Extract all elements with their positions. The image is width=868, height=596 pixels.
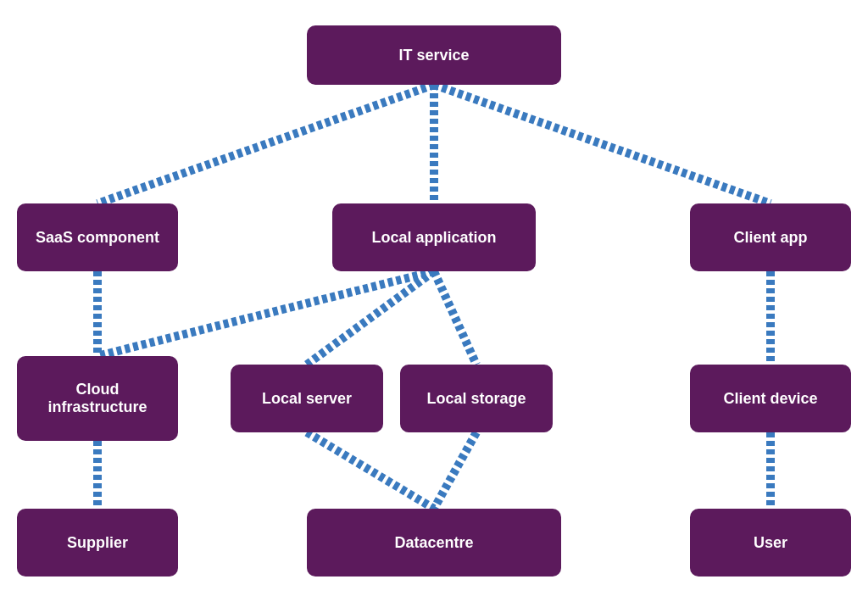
node-local-application: Local application [332,203,536,271]
node-client-app: Client app [690,203,851,271]
node-cloud-infrastructure: Cloud infrastructure [17,356,178,441]
client-app-label: Client app [733,229,807,247]
connections-svg: .conn { stroke: #3a7abf; stroke-width: 1… [0,0,868,596]
node-supplier: Supplier [17,509,178,577]
node-saas-component: SaaS component [17,203,178,271]
node-local-server: Local server [231,365,383,432]
local-storage-label: Local storage [426,390,526,408]
saas-label: SaaS component [36,229,159,247]
client-device-label: Client device [723,390,817,408]
cloud-infra-label: Cloud infrastructure [30,381,165,416]
svg-line-6 [97,271,434,356]
svg-line-9 [307,432,434,509]
node-it-service: IT service [307,25,561,85]
svg-line-10 [434,432,476,509]
diagram-container: .conn { stroke: #3a7abf; stroke-width: 1… [0,0,868,596]
supplier-label: Supplier [67,534,128,552]
user-label: User [754,534,787,552]
datacentre-label: Datacentre [394,534,473,552]
node-client-device: Client device [690,365,851,432]
node-local-storage: Local storage [400,365,553,432]
it-service-label: IT service [398,47,469,64]
local-server-label: Local server [262,390,352,408]
node-user: User [690,509,851,577]
svg-line-5 [434,271,476,365]
local-app-label: Local application [371,229,496,247]
node-datacentre: Datacentre [307,509,561,577]
svg-line-2 [434,85,771,203]
svg-line-4 [307,271,434,365]
svg-line-0 [97,85,434,203]
